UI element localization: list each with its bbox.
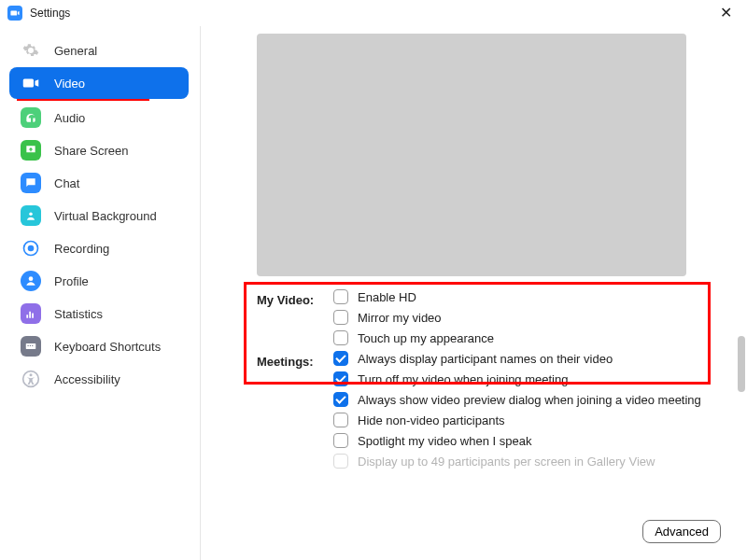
option-spotlight[interactable]: Spotlight my video when I speak [333, 433, 701, 448]
checkbox[interactable] [333, 310, 348, 325]
option-touch-up[interactable]: Touch up my appearance [333, 330, 494, 345]
scrollbar[interactable] [738, 336, 745, 392]
image-icon [21, 205, 41, 226]
record-icon [21, 238, 41, 259]
sidebar: General Video Audio Share Screen [0, 26, 201, 560]
sidebar-item-chat[interactable]: Chat [9, 167, 189, 199]
section-my-video-label: My Video: [257, 289, 333, 345]
headphones-icon [21, 107, 41, 128]
svg-rect-5 [28, 345, 29, 346]
option-display-names[interactable]: Always display participant names on thei… [333, 351, 701, 366]
sidebar-item-label: Keyboard Shortcuts [54, 340, 161, 354]
chat-icon [21, 173, 41, 193]
share-icon [21, 140, 41, 161]
sidebar-item-accessibility[interactable]: Accessibility [9, 363, 189, 395]
close-button[interactable]: ✕ [712, 6, 740, 21]
svg-point-3 [29, 276, 34, 281]
option-show-preview[interactable]: Always show video preview dialog when jo… [333, 392, 701, 407]
sidebar-item-label: Recording [54, 242, 109, 256]
content-pane: My Video: Enable HD Mirror my video Touc… [201, 26, 747, 560]
sidebar-item-virtual-background[interactable]: Virtual Background [9, 200, 189, 231]
sidebar-item-profile[interactable]: Profile [9, 265, 189, 297]
video-icon [21, 73, 41, 93]
checkbox[interactable] [333, 289, 348, 304]
option-hide-nonvideo[interactable]: Hide non-video participants [333, 413, 701, 427]
checkbox[interactable] [333, 413, 348, 427]
sidebar-item-label: Audio [54, 111, 85, 125]
sidebar-item-label: Video [54, 77, 85, 91]
option-turn-off-video[interactable]: Turn off my video when joining meeting [333, 371, 701, 386]
option-label: Touch up my appearance [358, 331, 494, 345]
stats-icon [21, 303, 41, 324]
checkbox [333, 454, 348, 469]
sidebar-item-video[interactable]: Video [9, 67, 189, 99]
option-enable-hd[interactable]: Enable HD [333, 289, 494, 304]
accessibility-icon [21, 369, 41, 389]
close-icon: ✕ [720, 5, 732, 21]
option-49-participants: Display up to 49 participants per screen… [333, 454, 701, 469]
svg-point-0 [29, 213, 33, 217]
option-label: Enable HD [358, 290, 416, 304]
svg-point-9 [30, 373, 33, 376]
sidebar-item-label: Statistics [54, 307, 103, 321]
section-meetings-label: Meetings: [257, 351, 333, 469]
video-preview [257, 34, 686, 276]
sidebar-item-label: Share Screen [54, 144, 129, 158]
option-label: Display up to 49 participants per screen… [358, 455, 655, 469]
sidebar-item-share-screen[interactable]: Share Screen [9, 134, 189, 166]
keyboard-icon [21, 336, 41, 357]
sidebar-item-keyboard-shortcuts[interactable]: Keyboard Shortcuts [9, 330, 189, 362]
sidebar-item-recording[interactable]: Recording [9, 232, 189, 264]
sidebar-item-label: General [54, 44, 97, 58]
sidebar-item-label: Virtual Background [54, 209, 157, 223]
checkbox[interactable] [333, 371, 348, 386]
sidebar-item-general[interactable]: General [9, 35, 189, 66]
titlebar: Settings ✕ [0, 0, 747, 26]
sidebar-item-statistics[interactable]: Statistics [9, 298, 189, 329]
option-label: Always display participant names on thei… [358, 352, 613, 366]
svg-point-2 [28, 245, 35, 252]
option-label: Spotlight my video when I speak [358, 434, 531, 448]
sidebar-item-label: Chat [54, 176, 79, 190]
sidebar-item-audio[interactable]: Audio [9, 102, 189, 133]
checkbox[interactable] [333, 330, 348, 345]
option-label: Turn off my video when joining meeting [358, 372, 568, 386]
checkbox[interactable] [333, 351, 348, 366]
svg-rect-7 [32, 345, 33, 346]
option-label: Always show video preview dialog when jo… [358, 393, 701, 407]
sidebar-item-label: Accessibility [54, 372, 120, 386]
option-label: Hide non-video participants [358, 413, 505, 427]
checkbox[interactable] [333, 433, 348, 448]
checkbox[interactable] [333, 392, 348, 407]
svg-rect-6 [30, 345, 31, 346]
advanced-button[interactable]: Advanced [642, 520, 721, 543]
option-mirror-video[interactable]: Mirror my video [333, 310, 494, 325]
option-label: Mirror my video [358, 311, 442, 325]
app-icon [7, 6, 22, 21]
sidebar-item-label: Profile [54, 274, 89, 288]
window-title: Settings [30, 7, 70, 20]
gear-icon [21, 40, 41, 61]
user-icon [21, 271, 41, 291]
